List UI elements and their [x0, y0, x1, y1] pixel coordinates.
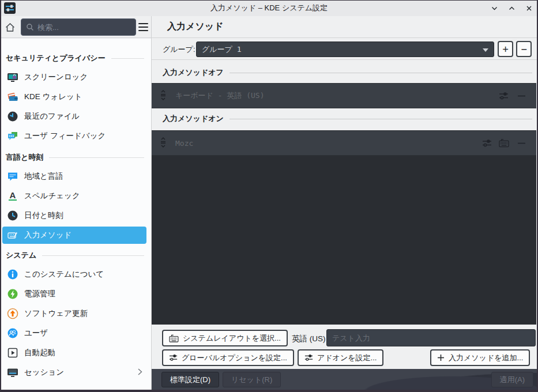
drag-handle-icon[interactable]	[159, 137, 167, 150]
section-header-input-method-on: 入力メソッドオン	[163, 114, 532, 124]
defaults-button[interactable]: 標準設定(D)	[161, 372, 219, 387]
sidebar-item-screen-lock[interactable]: スクリーンロック	[0, 67, 151, 87]
sliders-icon	[304, 353, 313, 362]
session-icon	[7, 367, 18, 378]
autostart-icon	[7, 347, 18, 359]
sidebar-section-security: セキュリティとプライバシー	[6, 52, 144, 64]
toolbar: 入力メソッド	[0, 16, 538, 38]
sidebar-item-date-time[interactable]: 日付と時刻	[0, 206, 151, 225]
sidebar-item-power-management[interactable]: 電源管理	[0, 284, 151, 304]
sidebar-section-language-time: 言語と時刻	[6, 152, 144, 163]
configure-global-options-button[interactable]: グローバルオプションを設定...	[162, 349, 294, 366]
close-button[interactable]	[524, 3, 533, 13]
input-method-row-keyboard-us[interactable]: キーボード - 英語 (US)	[152, 83, 536, 108]
apply-button[interactable]: 適用(A)	[491, 372, 533, 387]
input-method-icon	[7, 229, 18, 241]
configure-input-method-icon[interactable]	[498, 91, 509, 101]
sidebar-section-system: システム	[6, 250, 144, 261]
chevron-down-icon	[483, 48, 488, 52]
power-management-icon	[7, 288, 18, 300]
spellcheck-icon: A	[7, 190, 18, 202]
input-method-list-viewport: Mozc	[152, 130, 536, 325]
date-time-icon	[7, 210, 18, 221]
search-input[interactable]	[37, 23, 124, 32]
sidebar-item-software-update[interactable]: ソフトウェア更新	[0, 304, 151, 323]
group-select[interactable]: グループ 1	[196, 42, 494, 57]
select-system-layout-button[interactable]: システムレイアウトを選択...	[162, 330, 288, 346]
wallet-icon	[7, 91, 18, 103]
software-update-icon	[7, 308, 18, 319]
feedback-icon	[7, 130, 18, 142]
search-icon	[26, 23, 34, 31]
configure-addons-button[interactable]: アドオンを設定...	[298, 349, 383, 366]
sidebar-item-spell-check[interactable]: A スペルチェック	[0, 186, 151, 206]
sidebar-item-recent-files[interactable]: 最近のファイル	[0, 107, 151, 126]
window-title: 入力メソッド – KDE システム設定	[0, 3, 538, 13]
sidebar-item-users[interactable]: ユーザ	[0, 323, 151, 343]
group-select-value: グループ 1	[202, 44, 242, 55]
sidebar-item-region-language[interactable]: 地域と言語	[0, 167, 151, 186]
keyboard-layout-icon[interactable]	[499, 138, 509, 148]
sidebar-item-user-feedback[interactable]: ユーザ フィードバック	[0, 126, 151, 146]
region-language-icon	[7, 171, 18, 182]
add-input-method-button[interactable]: 入力メソッドを追加...	[430, 349, 530, 366]
section-header-input-method-off: 入力メソッドオフ	[163, 67, 532, 78]
keyboard-icon	[169, 334, 179, 342]
about-system-icon	[7, 269, 18, 280]
input-method-row-mozc[interactable]: Mozc	[152, 130, 536, 156]
sidebar-item-autostart[interactable]: 自動起動	[0, 343, 151, 363]
minimize-button[interactable]	[490, 3, 499, 13]
svg-text:A: A	[10, 190, 16, 200]
configure-input-method-icon[interactable]	[481, 138, 492, 148]
maximize-button[interactable]	[507, 3, 516, 13]
plus-icon	[437, 354, 445, 361]
footer: 標準設定(D) リセット(R) 適用(A)	[152, 369, 538, 390]
reset-button[interactable]: リセット(R)	[223, 372, 281, 387]
sidebar-item-kde-wallet[interactable]: KDE ウォレット	[0, 87, 151, 107]
kde-system-settings-window: 入力メソッド – KDE システム設定 入力メソッド	[0, 0, 538, 392]
chevron-right-icon	[137, 368, 143, 378]
bottom-panel: システムレイアウトを選択... 英語 (US) グローバルオプションを設定...…	[152, 325, 538, 370]
titlebar[interactable]: 入力メソッド – KDE システム設定	[0, 0, 538, 16]
drag-handle-icon[interactable]	[159, 89, 167, 103]
add-group-button[interactable]: +	[498, 41, 513, 57]
test-input-field[interactable]	[326, 329, 536, 346]
menu-button[interactable]	[138, 23, 148, 31]
screen-lock-icon	[7, 71, 18, 83]
group-label: グループ:	[163, 44, 195, 55]
remove-input-method-icon[interactable]	[516, 138, 526, 148]
group-row: グループ: グループ 1 + −	[152, 39, 538, 60]
search-box	[21, 18, 136, 36]
users-icon	[7, 327, 18, 339]
recent-files-icon	[7, 111, 18, 122]
sidebar-item-about-system[interactable]: このシステムについて	[0, 265, 151, 284]
current-layout-label: 英語 (US)	[292, 334, 326, 344]
sidebar: セキュリティとプライバシー スクリーンロック KDE ウォレット 最近のファイル…	[0, 39, 151, 392]
sliders-icon	[169, 353, 178, 362]
remove-input-method-icon[interactable]	[516, 91, 526, 101]
sidebar-item-session[interactable]: セッション	[0, 363, 151, 382]
page-title: 入力メソッド	[167, 21, 224, 33]
home-button[interactable]	[5, 22, 16, 33]
main-content: グループ: グループ 1 + − 入力メソッドオフ キーボード - 英語 (US…	[152, 39, 538, 392]
sidebar-item-input-method[interactable]: 入力メソッド	[2, 227, 146, 244]
remove-group-button[interactable]: −	[516, 41, 532, 57]
